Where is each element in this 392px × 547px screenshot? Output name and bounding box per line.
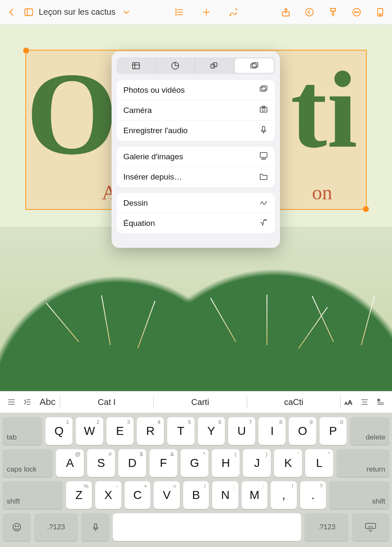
format-brush-icon[interactable] <box>325 5 341 20</box>
key-y[interactable]: 6Y <box>198 417 225 445</box>
key-i[interactable]: 8I <box>259 417 285 445</box>
key-label: delete <box>366 433 385 442</box>
svg-point-38 <box>265 158 266 159</box>
key-alt: @ <box>75 451 80 457</box>
list-indent-icon[interactable] <box>3 397 19 407</box>
tab-shapes[interactable] <box>195 57 234 74</box>
tab-charts[interactable] <box>156 57 195 74</box>
key-r[interactable]: 4R <box>137 417 164 445</box>
key-f[interactable]: &F <box>149 449 177 477</box>
abc-label[interactable]: Abc <box>40 397 56 408</box>
svg-point-37 <box>263 158 264 159</box>
key-w[interactable]: 2W <box>76 417 103 445</box>
svg-point-10 <box>236 9 237 10</box>
key-label: return <box>367 465 385 474</box>
key-numeric-left[interactable]: .?123 <box>34 513 78 541</box>
key-label: caps lock <box>7 465 37 474</box>
align-icon[interactable] <box>357 397 373 407</box>
suggestion-3[interactable]: caCti <box>247 397 340 407</box>
key-.[interactable]: ?. <box>300 481 326 509</box>
key-m[interactable]: :M <box>242 481 267 509</box>
key-u[interactable]: 7U <box>228 417 255 445</box>
list-icon[interactable] <box>172 5 187 20</box>
svg-point-55 <box>13 523 21 531</box>
draw-icon[interactable] <box>226 5 241 20</box>
key-e[interactable]: 3E <box>107 417 133 445</box>
suggestion-2[interactable]: Carti <box>154 397 247 407</box>
row-label: Insérer depuis… <box>123 172 182 182</box>
row-camera[interactable]: Caméra <box>117 100 275 121</box>
key-a[interactable]: @A <box>56 449 84 477</box>
svg-rect-32 <box>262 106 265 108</box>
key-emoji[interactable] <box>3 513 31 541</box>
suggestion-1[interactable]: Cat I <box>60 397 153 407</box>
popover-group-other: Dessin Équation <box>117 193 275 233</box>
svg-rect-33 <box>262 126 265 131</box>
undo-icon[interactable] <box>302 5 317 20</box>
key-alt: $ <box>140 451 143 457</box>
folder-icon <box>259 172 268 183</box>
insert-category-segmented <box>117 57 275 74</box>
svg-point-57 <box>18 526 19 527</box>
key-dictation[interactable] <box>81 513 109 541</box>
key-t[interactable]: 5T <box>167 417 194 445</box>
row-image-gallery[interactable]: Galerie d'images <box>117 147 275 167</box>
key-delete[interactable]: delete <box>350 417 389 445</box>
svg-rect-24 <box>211 64 215 68</box>
back-icon[interactable] <box>4 5 19 20</box>
key-,[interactable]: !, <box>271 481 296 509</box>
tab-media[interactable] <box>235 59 274 73</box>
key-o[interactable]: 9O <box>289 417 316 445</box>
document-settings-icon[interactable] <box>373 5 388 20</box>
key-numeric-right[interactable]: .?123 <box>304 513 348 541</box>
key-shift-left[interactable]: shift <box>3 481 63 509</box>
more-icon[interactable] <box>349 5 364 20</box>
tab-tables[interactable] <box>117 57 156 74</box>
svg-rect-35 <box>260 153 267 158</box>
key-shift-right[interactable]: shift <box>329 481 389 509</box>
key-k[interactable]: 'K <box>274 449 302 477</box>
key-return[interactable]: return <box>336 449 389 477</box>
key-s[interactable]: #S <box>87 449 115 477</box>
row-equation[interactable]: Équation <box>117 213 275 233</box>
key-alt: + <box>144 483 147 489</box>
key-c[interactable]: +C <box>125 481 150 509</box>
key-q[interactable]: 1Q <box>45 417 72 445</box>
key-z[interactable]: %Z <box>66 481 92 509</box>
key-v[interactable]: =V <box>154 481 179 509</box>
key-x[interactable]: -X <box>95 481 121 509</box>
key-j[interactable]: )J <box>243 449 271 477</box>
insert-plus-icon[interactable] <box>373 397 389 407</box>
row-record-audio[interactable]: Enregistrer l'audio <box>117 121 275 141</box>
insert-icon[interactable] <box>199 5 214 20</box>
row-photos-videos[interactable]: Photos ou vidéos <box>117 80 275 100</box>
key-d[interactable]: $D <box>118 449 146 477</box>
key-capslock[interactable]: caps lock <box>3 449 53 477</box>
key-b[interactable]: /B <box>183 481 209 509</box>
title-chevron-icon[interactable] <box>119 5 134 20</box>
document-canvas[interactable]: O ti A P on Photos ou vidéos Caméra <box>0 24 392 391</box>
key-alt: ? <box>320 483 323 489</box>
key-alt: ' <box>298 451 299 457</box>
key-h[interactable]: (H <box>212 449 240 477</box>
text-size-icon[interactable]: AA <box>341 397 357 407</box>
row-label: Caméra <box>123 106 152 115</box>
key-space[interactable] <box>113 513 301 541</box>
row-insert-from[interactable]: Insérer depuis… <box>117 167 275 187</box>
key-hide-keyboard[interactable] <box>352 513 389 541</box>
svg-point-15 <box>355 12 355 13</box>
sidebar-icon[interactable] <box>21 5 36 20</box>
selection-handle-bottom-right[interactable] <box>363 206 369 212</box>
share-icon[interactable] <box>278 5 293 20</box>
key-tab[interactable]: tab <box>3 417 42 445</box>
key-n[interactable]: ;N <box>212 481 238 509</box>
tab-indent-icon[interactable] <box>19 397 35 407</box>
key-alt: & <box>171 451 174 457</box>
key-p[interactable]: 0P <box>320 417 347 445</box>
key-alt: / <box>204 483 206 489</box>
document-title[interactable]: Leçon sur les cactus <box>39 7 115 17</box>
cactus-photo <box>0 227 392 391</box>
key-g[interactable]: *G <box>181 449 208 477</box>
row-drawing[interactable]: Dessin <box>117 193 275 213</box>
key-l[interactable]: "L <box>305 449 333 477</box>
